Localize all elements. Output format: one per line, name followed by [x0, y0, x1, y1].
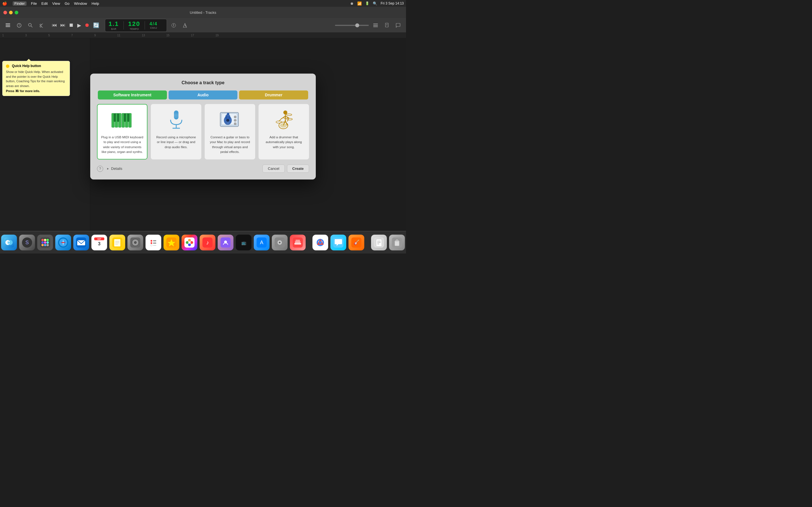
menubar-help[interactable]: Help — [92, 1, 99, 6]
tuner-btn[interactable] — [169, 21, 178, 30]
scissors-btn[interactable] — [37, 21, 46, 30]
menubar-go[interactable]: Go — [64, 1, 69, 6]
svg-point-99 — [135, 242, 136, 243]
menubar-view[interactable]: View — [52, 1, 60, 6]
lcd-timesig-value: 4/4 — [149, 21, 157, 26]
play-btn[interactable]: ▶ — [76, 21, 82, 30]
svg-rect-26 — [114, 113, 116, 122]
card-audio[interactable]: Record using a microphone or line input … — [151, 104, 201, 159]
card-drummer-desc: Add a drummer that automatically plays a… — [262, 135, 305, 150]
dock-mail[interactable] — [73, 235, 89, 250]
lcd-key-value: Cmaj — [149, 26, 157, 29]
close-button[interactable] — [3, 11, 7, 14]
svg-rect-140 — [376, 239, 382, 246]
rewind-btn[interactable]: ⏮ — [51, 21, 58, 29]
details-label: Details — [111, 166, 122, 171]
dock-siri[interactable]: S — [19, 235, 35, 250]
svg-line-6 — [31, 26, 33, 27]
note-btn[interactable] — [382, 21, 391, 30]
dock-messages[interactable] — [331, 235, 346, 250]
menubar: 🍎 Finder File Edit View Go Window Help ⏺… — [0, 0, 406, 7]
details-toggle[interactable]: Details — [107, 166, 122, 171]
menubar-file[interactable]: File — [31, 1, 37, 6]
dock-appletv[interactable]: 📺 — [236, 235, 252, 250]
dock-safari[interactable] — [55, 235, 71, 250]
card-software-instrument[interactable]: Plug in a USB MIDI keyboard to play and … — [97, 104, 147, 159]
master-volume-slider[interactable] — [335, 25, 369, 26]
dock-sketch[interactable] — [163, 235, 179, 250]
minimize-button[interactable] — [9, 11, 13, 14]
tab-audio[interactable]: Audio — [168, 91, 238, 100]
dock-chrome[interactable] — [312, 235, 328, 250]
daw-content: 1 3 5 7 9 11 13 15 17 19 Quick Help butt… — [0, 33, 406, 231]
footer-buttons: Cancel Create — [262, 165, 309, 173]
svg-rect-131 — [296, 240, 300, 241]
svg-point-60 — [287, 118, 292, 120]
traffic-lights — [3, 11, 18, 14]
menubar-right-items: ⏺ 📶 🔋 🔍 Fri 3 Sep 14:13 — [350, 1, 404, 6]
dock-trash[interactable] — [389, 235, 405, 250]
card-drummer[interactable]: Add a drummer that automatically plays a… — [259, 104, 309, 159]
apple-menu[interactable]: 🍎 — [2, 1, 7, 6]
svg-text:♪: ♪ — [206, 239, 209, 245]
lcd-tempo-value: 120 — [128, 20, 140, 27]
svg-point-79 — [44, 244, 46, 246]
dock-sysprefs[interactable] — [272, 235, 288, 250]
svg-rect-100 — [148, 237, 158, 247]
create-button[interactable]: Create — [287, 165, 309, 173]
dialog-title: Choose a track type — [97, 80, 309, 86]
list-view-btn[interactable] — [371, 21, 380, 30]
stop-btn[interactable]: ⏹ — [68, 21, 75, 29]
menu-search[interactable]: 🔍 — [373, 1, 377, 6]
svg-rect-45 — [227, 113, 229, 115]
dock-notes[interactable] — [109, 235, 125, 250]
lcd-bar-beat: 1.1 BAR — [109, 20, 119, 31]
dock-launchpad[interactable] — [37, 235, 53, 250]
cancel-button[interactable]: Cancel — [262, 165, 285, 173]
dock-reminders[interactable] — [146, 235, 161, 250]
record-btn[interactable]: ⏺ — [84, 21, 91, 29]
svg-point-66 — [8, 240, 13, 245]
dock-podcasts[interactable] — [218, 235, 234, 250]
card-guitar[interactable]: Connect a guitar or bass to your Mac to … — [205, 104, 255, 159]
metronome-btn[interactable] — [181, 21, 190, 30]
dock-dvd[interactable] — [128, 235, 143, 250]
dock-music[interactable]: ♪ — [200, 235, 215, 250]
svg-point-46 — [234, 116, 236, 118]
volume-thumb[interactable] — [355, 23, 359, 27]
menubar-edit[interactable]: Edit — [42, 1, 48, 6]
svg-rect-148 — [396, 239, 398, 240]
svg-text:3: 3 — [98, 241, 101, 246]
svg-point-74 — [47, 239, 49, 241]
dock-garageband[interactable]: 🎸 — [349, 235, 364, 250]
svg-point-76 — [44, 241, 46, 244]
library-btn[interactable] — [3, 21, 12, 30]
dock-finder[interactable] — [1, 235, 17, 250]
loop-browser-btn[interactable] — [26, 21, 35, 30]
svg-point-135 — [319, 241, 322, 244]
svg-point-113 — [190, 241, 193, 244]
svg-rect-28 — [124, 113, 126, 122]
dock-stacks[interactable] — [290, 235, 306, 250]
svg-point-112 — [188, 239, 191, 242]
maximize-button[interactable] — [15, 11, 18, 14]
dialog-help-btn[interactable]: ? — [97, 166, 103, 172]
svg-rect-29 — [127, 113, 130, 122]
fast-forward-btn[interactable]: ⏭ — [59, 21, 66, 29]
chat-btn[interactable] — [394, 21, 403, 30]
svg-point-103 — [151, 242, 152, 244]
menu-wifi: 📶 — [357, 1, 362, 6]
dock-photos[interactable] — [182, 235, 197, 250]
dock-calendar[interactable]: SEP3 — [91, 235, 107, 250]
toolbar: ? ⏮ ⏭ ⏹ ▶ ⏺ 🔄 1.1 BAR 120 TEMPO 4/4 Cmaj — [0, 18, 406, 33]
menubar-window[interactable]: Window — [74, 1, 87, 6]
dock-notes2[interactable] — [371, 235, 387, 250]
tab-drummer[interactable]: Drummer — [239, 91, 308, 100]
smart-help-btn[interactable]: ? — [15, 21, 24, 30]
tab-software-instrument[interactable]: Software Instrument — [98, 91, 167, 100]
track-cards: Plug in a USB MIDI keyboard to play and … — [97, 104, 309, 159]
menubar-finder[interactable]: Finder — [13, 1, 27, 6]
cycle-btn[interactable]: 🔄 — [92, 21, 100, 30]
dock-appstore[interactable]: A — [254, 235, 269, 250]
svg-rect-2 — [6, 26, 10, 27]
